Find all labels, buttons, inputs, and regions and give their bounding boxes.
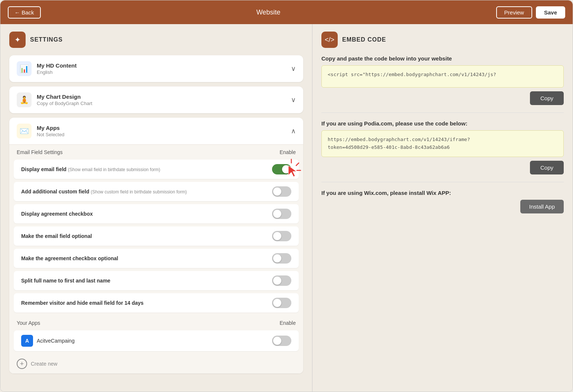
settings-header: ✦ SETTINGS	[0, 24, 312, 55]
toggle-row-email-optional[interactable]: Make the email field optional	[14, 226, 299, 246]
toggle-row-display-email[interactable]: Display email field (Show email field in…	[14, 160, 299, 179]
copy-button-podia[interactable]: Copy	[530, 161, 564, 174]
nav-actions: Preview Save	[496, 6, 565, 19]
main-content: ✦ SETTINGS 📊 My HD Content English ∨ 🧘	[0, 24, 573, 392]
code-box-podia: https://embed.bodygraphchart.com/v1/1424…	[321, 130, 564, 157]
embed-instruction-podia: If you are using Podia.com, please use t…	[321, 120, 564, 127]
install-app-button[interactable]: Install App	[520, 200, 564, 213]
toggle-thumb-email-optional	[273, 232, 281, 240]
chart-design-text: My Chart Design Copy of BodyGraph Chart	[37, 94, 286, 106]
chart-design-name: My Chart Design	[37, 94, 286, 100]
toggle-thumb-agreement-checkbox	[273, 210, 281, 218]
toggle-label-email-optional: Make the email field optional	[21, 233, 92, 239]
create-new-plus-icon[interactable]: +	[17, 359, 27, 369]
chart-design-chevron: ∨	[291, 96, 296, 104]
accordion-header-hd-content[interactable]: 📊 My HD Content English ∨	[9, 55, 303, 82]
toggle-switch-agreement-checkbox[interactable]	[272, 209, 291, 219]
embed-content: Copy and paste the code below into your …	[312, 55, 573, 222]
save-button[interactable]: Save	[536, 6, 565, 19]
your-apps-bar: Your Apps Enable	[9, 316, 303, 330]
hd-content-chevron: ∨	[291, 65, 296, 73]
embed-code-title: EMBED CODE	[342, 36, 386, 43]
toggle-track-email-optional[interactable]	[272, 231, 291, 241]
hd-content-sub: English	[37, 69, 286, 75]
right-panel: </> EMBED CODE Copy and paste the code b…	[312, 24, 573, 392]
divider-2	[321, 182, 564, 182]
toggle-switch-display-email[interactable]	[272, 164, 291, 174]
embed-block-wix: If you are using Wix.com, please install…	[321, 190, 564, 213]
toggle-thumb-split-name	[273, 277, 281, 285]
toggle-thumb-remember-visitor	[273, 299, 281, 307]
toggle-track-agreement-optional[interactable]	[272, 253, 291, 264]
copy-button-website[interactable]: Copy	[530, 91, 564, 105]
toggle-label-agreement-checkbox: Display agreement checkbox	[21, 211, 93, 217]
my-apps-text: My Apps Not Selected	[37, 125, 286, 137]
top-nav: ← Back Website Preview Save	[0, 0, 573, 24]
your-apps-enable-label: Enable	[279, 320, 296, 326]
accordion-header-chart-design[interactable]: 🧘 My Chart Design Copy of BodyGraph Char…	[9, 86, 303, 113]
my-apps-chevron: ∧	[291, 127, 296, 135]
toggle-thumb-custom-field	[273, 187, 281, 196]
accordion-header-my-apps[interactable]: ✉️ My Apps Not Selected ∧	[9, 118, 303, 144]
toggle-row-split-name[interactable]: Split full name to first and last name	[14, 271, 299, 290]
toggle-row-agreement-optional[interactable]: Make the agreement checkbox optional	[14, 249, 299, 268]
embed-instruction-wix: If you are using Wix.com, please install…	[321, 190, 564, 196]
toggle-switch-activecampaign[interactable]	[272, 336, 291, 346]
embed-block-website: Copy and paste the code below into your …	[321, 55, 564, 105]
toggle-row-custom-field[interactable]: Add additional custom field (Show custom…	[14, 182, 299, 201]
my-apps-sub: Not Selected	[37, 132, 286, 137]
toggle-switch-remember-visitor[interactable]	[272, 298, 291, 308]
toggle-switch-email-optional[interactable]	[272, 231, 291, 241]
nav-title: Website	[256, 9, 281, 16]
toggle-label-remember-visitor: Remember visitor and hide email field fo…	[21, 300, 144, 306]
email-field-settings-label: Email Field Settings	[17, 149, 63, 155]
toggle-track-split-name[interactable]	[272, 275, 291, 286]
toggle-switch-agreement-optional[interactable]	[272, 253, 291, 264]
preview-button[interactable]: Preview	[496, 6, 532, 19]
toggle-switch-split-name[interactable]	[272, 275, 291, 286]
toggle-row-remember-visitor[interactable]: Remember visitor and hide email field fo…	[14, 293, 299, 313]
toggle-track-custom-field[interactable]	[272, 186, 291, 197]
divider-1	[321, 112, 564, 113]
left-panel: ✦ SETTINGS 📊 My HD Content English ∨ 🧘	[0, 24, 312, 392]
email-field-enable-label: Enable	[279, 149, 296, 155]
accordion-my-apps: ✉️ My Apps Not Selected ∧ Email Field Se…	[9, 118, 303, 373]
code-box-website: <script src="https://embed.bodygraphchar…	[321, 65, 564, 88]
toggle-label-custom-field: Add additional custom field (Show custom…	[21, 189, 187, 195]
accordion-chart-design: 🧘 My Chart Design Copy of BodyGraph Char…	[9, 86, 303, 113]
toggle-thumb-display-email	[282, 165, 290, 173]
create-new-row[interactable]: + Create new	[9, 354, 303, 373]
settings-title: SETTINGS	[30, 36, 63, 43]
embed-instruction-website: Copy and paste the code below into your …	[321, 55, 564, 62]
toggle-label-display-email: Display email field (Show email field in…	[21, 166, 160, 172]
my-apps-name: My Apps	[37, 125, 286, 131]
back-button[interactable]: ← Back	[8, 6, 41, 19]
embed-code-icon: </>	[321, 32, 338, 48]
settings-icon: ✦	[9, 32, 26, 48]
hd-content-name: My HD Content	[37, 62, 286, 69]
hd-content-icon: 📊	[17, 61, 32, 76]
chart-design-sub: Copy of BodyGraph Chart	[37, 101, 286, 106]
embed-block-podia: If you are using Podia.com, please use t…	[321, 120, 564, 174]
toggle-label-split-name: Split full name to first and last name	[21, 278, 110, 284]
toggle-row-agreement-checkbox[interactable]: Display agreement checkbox	[14, 204, 299, 223]
my-apps-icon: ✉️	[17, 124, 32, 138]
toggle-switch-custom-field[interactable]	[272, 186, 291, 197]
chart-design-icon: 🧘	[17, 92, 32, 107]
activecampaign-name: AcitveCampaing	[37, 338, 75, 344]
embed-code-header: </> EMBED CODE	[312, 24, 573, 55]
toggle-track-agreement-checkbox[interactable]	[272, 209, 291, 219]
toggle-thumb-activecampaign	[273, 337, 281, 345]
app-row-left: A AcitveCampaing	[21, 335, 75, 347]
activecampaign-icon: A	[21, 335, 33, 347]
app-row-activecampaign[interactable]: A AcitveCampaing	[14, 330, 299, 351]
settings-content: 📊 My HD Content English ∨ 🧘 My Chart Des…	[0, 55, 312, 382]
email-field-settings-bar: Email Field Settings Enable	[9, 145, 303, 160]
toggle-track-display-email[interactable]	[272, 164, 291, 174]
toggle-track-remember-visitor[interactable]	[272, 298, 291, 308]
accordion-hd-content: 📊 My HD Content English ∨	[9, 55, 303, 82]
my-apps-expanded: Email Field Settings Enable Display emai…	[9, 144, 303, 373]
toggle-label-agreement-optional: Make the agreement checkbox optional	[21, 255, 118, 261]
toggle-track-activecampaign[interactable]	[272, 336, 291, 346]
toggle-thumb-agreement-optional	[273, 254, 281, 262]
